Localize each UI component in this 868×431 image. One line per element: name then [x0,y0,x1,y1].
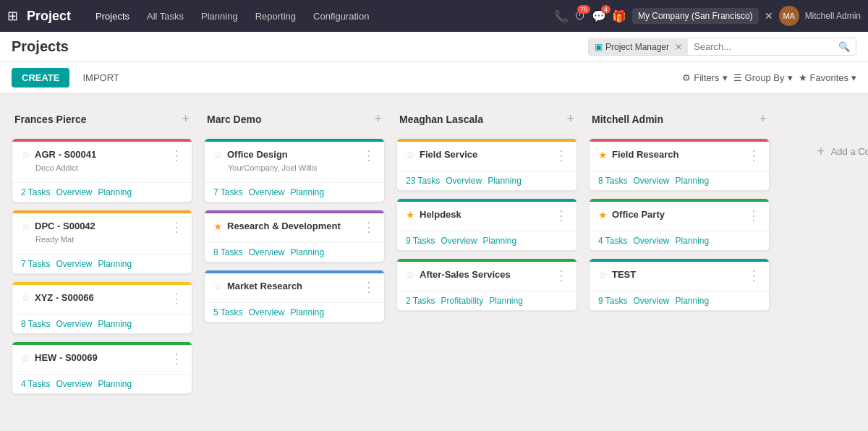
nav-configuration[interactable]: Configuration [306,8,376,25]
card-tasks-count[interactable]: 4 Tasks [21,379,50,389]
add-column-btn[interactable]: + Add a Column [808,137,868,166]
create-button[interactable]: CREATE [12,68,69,88]
import-button[interactable]: IMPORT [75,68,126,88]
card-link-overview[interactable]: Overview [633,236,669,246]
card-link-planning[interactable]: Planning [98,319,132,329]
card-star[interactable]: ☆ [406,269,415,281]
card-tasks-count[interactable]: 2 Tasks [21,187,50,197]
groupby-button[interactable]: ☰ Group By ▾ [733,72,793,83]
search-input[interactable] [688,38,833,55]
card-tasks-count[interactable]: 7 Tasks [21,259,50,269]
card-link-overview[interactable]: Overview [248,247,284,257]
filters-button[interactable]: ⚙ Filters ▾ [682,72,727,83]
phone-icon[interactable]: 📞 [554,9,569,23]
project-card-test: ☆ TEST ⋮ 9 Tasks OverviewPlanning [589,258,770,311]
column-add-btn[interactable]: + [566,111,574,127]
nav-planning[interactable]: Planning [194,8,245,25]
card-link-profitability[interactable]: Profitability [441,296,483,306]
card-tasks-count[interactable]: 8 Tasks [598,176,627,186]
card-link-overview[interactable]: Overview [441,236,477,246]
card-menu-btn[interactable]: ⋮ [170,149,183,162]
card-link-planning[interactable]: Planning [290,187,324,197]
card-tasks-count[interactable]: 4 Tasks [598,236,627,246]
filter-tag-remove[interactable]: ✕ [675,42,682,52]
project-card-field-research: ★ Field Research ⋮ 8 Tasks OverviewPlann… [589,138,770,191]
card-title-row: ☆ DPC - S00042 ⋮ [21,221,183,234]
card-link-overview[interactable]: Overview [248,187,284,197]
card-tasks-count[interactable]: 2 Tasks [406,296,435,306]
card-link-overview[interactable]: Overview [248,307,284,317]
clock-icon[interactable]: ⏱ 78 [574,9,586,22]
card-menu-btn[interactable]: ⋮ [170,292,183,305]
column-add-btn[interactable]: + [759,111,767,127]
message-icon[interactable]: 💬 4 [592,9,606,23]
card-star[interactable]: ★ [598,149,608,161]
card-star[interactable]: ☆ [21,352,30,364]
card-tasks-count[interactable]: 8 Tasks [21,319,50,329]
gift-icon[interactable]: 🎁 [612,9,626,23]
card-star[interactable]: ★ [213,221,223,232]
card-star[interactable]: ☆ [406,149,415,161]
nav-projects[interactable]: Projects [88,8,137,25]
card-star[interactable]: ☆ [213,281,223,292]
card-link-planning[interactable]: Planning [290,307,324,317]
nav-all-tasks[interactable]: All Tasks [140,8,191,25]
card-link-planning[interactable]: Planning [98,187,132,197]
card-tasks-count[interactable]: 9 Tasks [406,236,435,246]
user-name[interactable]: Mitchell Admin [805,11,861,21]
card-link-planning[interactable]: Planning [675,296,709,306]
column-add-btn[interactable]: + [374,111,382,127]
card-body: ☆ AGR - S00041 ⋮ Deco Addict [12,142,192,182]
card-star[interactable]: ☆ [21,221,30,232]
column-add-btn[interactable]: + [182,111,190,127]
card-link-planning[interactable]: Planning [675,236,709,246]
search-icon[interactable]: 🔍 [833,38,856,55]
card-menu-btn[interactable]: ⋮ [170,221,183,234]
card-menu-btn[interactable]: ⋮ [362,221,375,234]
card-link-overview[interactable]: Overview [633,296,669,306]
card-link-planning[interactable]: Planning [482,236,516,246]
favorites-button[interactable]: ★ Favorites ▾ [799,72,856,83]
card-menu-btn[interactable]: ⋮ [170,352,183,365]
card-link-planning[interactable]: Planning [489,296,523,306]
card-menu-btn[interactable]: ⋮ [747,269,760,282]
close-icon[interactable]: ✕ [765,10,773,22]
company-selector[interactable]: My Company (San Francisco) [632,8,759,24]
card-menu-btn[interactable]: ⋮ [362,281,375,294]
card-star[interactable]: ☆ [21,149,30,161]
card-link-overview[interactable]: Overview [633,176,669,186]
card-tasks-count[interactable]: 9 Tasks [598,296,627,306]
card-body: ★ Helpdesk ⋮ [397,202,576,231]
grid-icon[interactable]: ⊞ [7,8,18,24]
card-link-overview[interactable]: Overview [446,176,482,186]
card-link-planning[interactable]: Planning [488,176,522,186]
card-star[interactable]: ☆ [21,292,30,304]
card-menu-btn[interactable]: ⋮ [555,149,568,162]
card-menu-btn[interactable]: ⋮ [555,269,568,282]
card-link-planning[interactable]: Planning [290,247,324,257]
nav-reporting[interactable]: Reporting [248,8,303,25]
card-tasks-count[interactable]: 8 Tasks [213,247,242,257]
project-card-research-dev: ★ Research & Development ⋮ 8 Tasks Overv… [204,210,385,263]
card-tasks-count[interactable]: 7 Tasks [213,187,242,197]
card-menu-btn[interactable]: ⋮ [555,209,568,222]
avatar[interactable]: MA [779,6,799,26]
card-menu-btn[interactable]: ⋮ [747,209,760,222]
card-link-planning[interactable]: Planning [98,259,132,269]
card-link-overview[interactable]: Overview [56,379,92,389]
card-star[interactable]: ☆ [598,269,608,281]
card-star[interactable]: ★ [406,209,415,221]
card-menu-btn[interactable]: ⋮ [747,149,760,162]
card-link-planning[interactable]: Planning [675,176,709,186]
card-tasks-count[interactable]: 5 Tasks [213,307,242,317]
card-link-planning[interactable]: Planning [98,379,132,389]
project-card-helpdesk: ★ Helpdesk ⋮ 9 Tasks OverviewPlanning [396,198,577,251]
card-star[interactable]: ☆ [213,149,223,161]
card-link-overview[interactable]: Overview [56,319,92,329]
card-link-overview[interactable]: Overview [56,259,92,269]
card-star[interactable]: ★ [598,209,608,221]
card-link-overview[interactable]: Overview [56,187,92,197]
card-tasks-count[interactable]: 23 Tasks [406,176,440,186]
column-header: Marc Demo + [204,106,385,132]
card-menu-btn[interactable]: ⋮ [362,149,375,162]
